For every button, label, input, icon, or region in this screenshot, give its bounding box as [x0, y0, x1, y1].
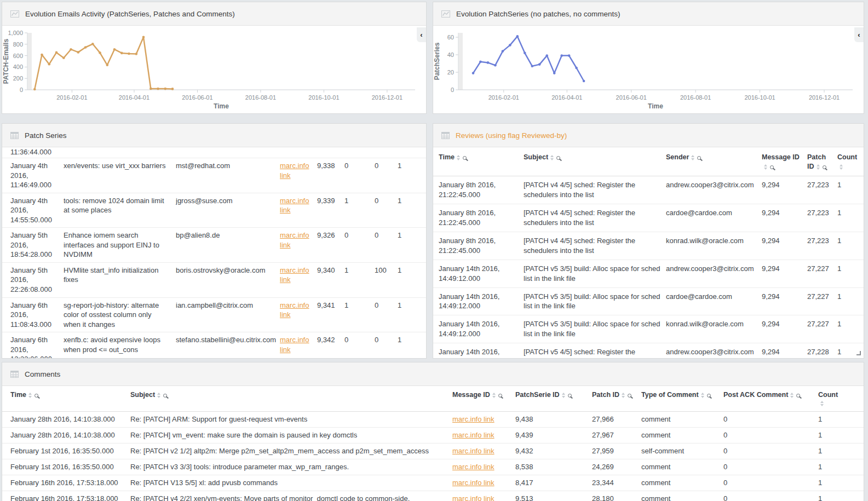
cell-count: 1	[818, 415, 840, 424]
cell-sender: ian.campbell@citrix.com	[176, 301, 280, 330]
cell-time: January 5th 2016, 22:26:08.000	[10, 266, 64, 295]
cell-count: 1	[837, 347, 859, 359]
cell-sender: bp@alien8.de	[176, 231, 280, 260]
marc-info-link[interactable]: marc.info link	[452, 447, 495, 455]
magnifier-icon[interactable]	[463, 156, 467, 160]
sort-icon[interactable]	[28, 393, 32, 398]
magnifier-icon[interactable]	[163, 394, 167, 398]
column-header-message-id[interactable]: Message ID	[452, 391, 515, 407]
cell-count: 1	[398, 196, 414, 225]
marc-info-link[interactable]: marc.info link	[280, 266, 309, 284]
emails-activity-chart[interactable]: 02004006008001,0002016-02-012016-04-0120…	[2, 26, 426, 113]
marc-info-link[interactable]: marc.info link	[280, 197, 309, 215]
panel-patchseries-chart: Evolution PatchSeries (no patches, no co…	[433, 2, 864, 114]
cell-time: January 28th 2016, 14:10:38.000	[10, 415, 130, 424]
cell-subject: Enhance iomem search interfaces and supp…	[64, 231, 176, 260]
cell-message-id: 9,294	[762, 292, 807, 312]
cell-time: January 8th 2016, 21:22:45.000	[439, 236, 524, 256]
sort-icon[interactable]	[817, 164, 820, 170]
cell-post-ack-comment: 0	[723, 415, 818, 424]
column-header-patch-id[interactable]: Patch ID	[592, 391, 641, 407]
magnifier-icon[interactable]	[556, 156, 560, 160]
magnifier-icon[interactable]	[35, 394, 38, 398]
column-header-subject[interactable]: Subject	[130, 391, 452, 407]
sort-icon[interactable]	[840, 164, 843, 170]
comments-table-header: Time Subject Message ID PatchSerie ID Pa…	[2, 386, 864, 412]
magnifier-icon[interactable]	[707, 394, 711, 398]
marc-info-link[interactable]: marc.info link	[280, 336, 309, 354]
column-header-time[interactable]: Time	[10, 391, 130, 407]
cell-time: January 14th 2016, 14:49:13.000	[439, 347, 524, 359]
marc-info-link[interactable]: marc.info link	[280, 231, 309, 249]
magnifier-icon[interactable]	[770, 165, 774, 169]
magnifier-icon[interactable]	[796, 394, 800, 398]
column-header-patchserie-id[interactable]: PatchSerie ID	[515, 391, 592, 407]
cell-count: 1	[818, 447, 840, 456]
panel-title: Evolution PatchSeries (no patches, no co…	[456, 10, 620, 18]
cell-count: 1	[818, 463, 840, 471]
cell-flag1: 0	[344, 231, 375, 260]
column-header-post-ack-comment[interactable]: Post ACK Comment	[723, 391, 818, 407]
cell-type-of-comment: self-comment	[641, 447, 723, 456]
panel-resize-handle[interactable]	[856, 351, 861, 355]
sort-icon[interactable]	[701, 393, 704, 398]
marc-info-link[interactable]: marc.info link	[280, 162, 309, 180]
marc-info-link[interactable]: marc.info link	[280, 301, 309, 319]
table-icon	[441, 132, 450, 139]
patchseries-chart[interactable]: 02040602016-02-012016-04-012016-06-01201…	[433, 26, 864, 113]
sort-icon[interactable]	[457, 155, 460, 160]
cell-patchserie-id: 9,513	[515, 494, 592, 501]
column-header-message-id[interactable]: Message ID	[762, 153, 807, 171]
sort-icon[interactable]	[562, 393, 565, 398]
sort-icon[interactable]	[550, 155, 554, 160]
cell-patch-id: 27,227	[807, 264, 837, 284]
panel-header: Evolution PatchSeries (no patches, no co…	[433, 2, 864, 26]
cell-sender: konrad.wilk@oracle.com	[666, 236, 762, 256]
column-header-type-of-comment[interactable]: Type of Comment	[641, 391, 723, 407]
cell-flag1: 0	[344, 161, 375, 190]
cell-sender: andrew.cooper3@citrix.com	[666, 180, 762, 200]
cell-count: 1	[398, 231, 414, 260]
cell-patchserie-id: 9,338	[317, 161, 344, 190]
sort-icon[interactable]	[157, 393, 160, 398]
sort-icon[interactable]	[622, 393, 625, 398]
magnifier-icon[interactable]	[568, 394, 572, 398]
cell-subject: Re: [PATCH] vm_event: make sure the doma…	[130, 431, 452, 440]
panel-title: Comments	[25, 370, 60, 378]
cell-subject: Re: [PATCH v2 1/2] altp2m: Merge p2m_set…	[130, 447, 452, 456]
magnifier-icon[interactable]	[628, 394, 631, 398]
cell-subject: [PATCH v4 4/5] sched: Register the sched…	[524, 236, 666, 256]
cell-patchserie-id: 9,341	[317, 301, 344, 330]
cell-patch-id: 27,959	[592, 447, 641, 456]
panel-patch-series-table: Patch Series 11:36:44.000 January 4th 20…	[2, 123, 427, 359]
marc-info-link[interactable]: marc.info link	[452, 463, 495, 471]
svg-text:2016-04-01: 2016-04-01	[551, 94, 582, 101]
line-chart-icon	[10, 10, 19, 18]
marc-info-link[interactable]: marc.info link	[452, 415, 495, 423]
column-header-count[interactable]: Count	[837, 153, 859, 171]
column-header-patch-id[interactable]: Patch ID	[807, 153, 837, 171]
cell-subject: [PATCH v5 3/5] build: Alloc space for sc…	[524, 264, 666, 284]
column-header-subject[interactable]: Subject	[524, 153, 666, 171]
marc-info-link[interactable]: marc.info link	[452, 494, 495, 501]
column-header-count[interactable]: Count	[818, 391, 840, 407]
sort-icon[interactable]	[492, 393, 496, 398]
collapse-panel-icon[interactable]: ‹	[854, 27, 864, 42]
sort-icon[interactable]	[691, 155, 694, 160]
magnifier-icon[interactable]	[697, 156, 701, 160]
sort-icon[interactable]	[820, 401, 824, 406]
sort-icon[interactable]	[790, 393, 794, 398]
column-header-sender[interactable]: Sender	[666, 153, 762, 171]
column-header-time[interactable]: Time	[439, 153, 524, 171]
collapse-panel-icon[interactable]: ‹	[417, 27, 426, 42]
cell-type-of-comment: comment	[641, 479, 723, 487]
cell-count: 1	[837, 180, 859, 200]
marc-info-link[interactable]: marc.info link	[452, 431, 495, 439]
svg-text:2016-12-01: 2016-12-01	[809, 94, 840, 101]
magnifier-icon[interactable]	[823, 165, 826, 169]
marc-info-link[interactable]: marc.info link	[452, 479, 495, 487]
table-row: January 6th 2016, 11:08:43.000 sg-report…	[2, 298, 426, 333]
magnifier-icon[interactable]	[498, 394, 502, 398]
table-row: February 1st 2016, 16:35:50.000 Re: [PAT…	[2, 459, 864, 475]
sort-icon[interactable]	[764, 164, 767, 170]
